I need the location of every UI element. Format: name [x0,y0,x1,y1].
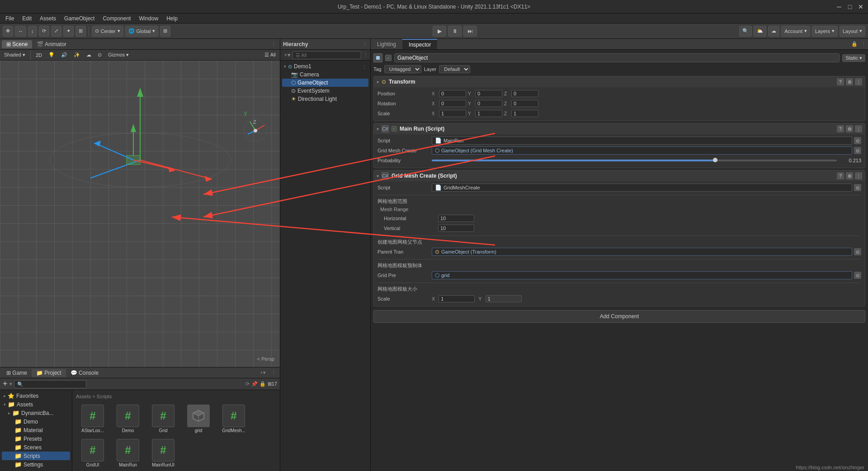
file-mainrun[interactable]: # MainRun [111,437,145,470]
tree-assets[interactable]: ▾ 📁 Assets [2,400,70,409]
menu-file[interactable]: File [2,14,18,23]
mainrun-menu[interactable]: ⋮ [855,125,862,132]
transform-menu[interactable]: ⋮ [855,78,862,85]
pos-z-input[interactable] [511,90,538,97]
template-scale-x[interactable] [439,295,475,302]
hierarchy-search-input[interactable] [292,51,361,59]
script-value-1[interactable]: 📄 MainRun [432,137,852,145]
gridmesh-help[interactable]: ? [837,172,844,179]
scale-z-input[interactable] [511,110,538,117]
hierarchy-menu[interactable]: ⋮ [363,41,368,47]
menu-help[interactable]: Help [163,14,181,23]
tool-rotate[interactable]: ↕ [28,26,37,37]
mainrun-checkbox[interactable]: ✓ [392,126,397,132]
pos-y-input[interactable] [475,90,502,97]
proj-pin[interactable]: 📌 [251,381,258,387]
inspector-menu[interactable]: ⋮ [859,41,868,47]
gridmesh-field-value[interactable]: ⬡ GameObject (Grid Mesh Create) [432,146,852,155]
layers-dropdown[interactable]: Layers ▾ [812,26,838,37]
menu-gameobject[interactable]: GameObject [61,14,98,23]
account-dropdown[interactable]: Account ▾ [781,26,810,37]
step-button[interactable]: ⏭ [463,26,477,37]
script-value-2[interactable]: 📄 GridMeshCreate [432,184,852,192]
template-scale-y[interactable] [486,295,522,302]
mainrun-help[interactable]: ? [837,125,844,132]
tool-transform[interactable]: ✦ [63,26,74,37]
scene-hidden[interactable]: ☁ [84,52,94,58]
parent-tran-value[interactable]: ⊙ GameObject (Transform) [432,248,852,256]
gridmesh-target[interactable]: ⊙ [854,147,861,154]
parent-tran-target[interactable]: ⊙ [854,248,861,255]
hierarchy-filter[interactable]: ⋮ [361,52,370,58]
scale-y-input[interactable] [475,110,502,117]
grid-pre-value[interactable]: ⬡ grid [432,271,852,279]
file-gridmesh[interactable]: # GridMesh... [217,403,250,435]
play-button[interactable]: ▶ [433,26,446,37]
bottom-panel-menu[interactable]: ⋮ [269,370,278,376]
hierarchy-gameobject[interactable]: ⬡ GameObject [282,79,368,87]
scene-panel-menu[interactable]: ⋮ [269,41,278,47]
script-target-1[interactable]: ⊙ [854,137,861,144]
hierarchy-camera[interactable]: 📷 Camera [282,71,368,79]
horizontal-input[interactable] [438,215,474,222]
minimize-button[interactable]: ─ [835,3,843,10]
cloud-button[interactable]: ☁ [768,26,779,37]
probability-slider[interactable] [432,160,837,161]
scene-lighting[interactable]: 💡 [46,52,57,58]
file-astarlookahead[interactable]: # AStarLoo... [76,403,109,435]
tree-favorites[interactable]: ▸ ⭐ Favorites [2,392,70,400]
file-grid[interactable]: # Grid [146,403,180,435]
menu-window[interactable]: Window [135,14,162,23]
hierarchy-directionallight[interactable]: ☀ Directional Light [282,95,368,103]
layout-dropdown[interactable]: Layout ▾ [840,26,865,37]
collab-button[interactable]: ⛅ [754,26,766,37]
transform-header[interactable]: ▾ ⊙ Transform ? ⚙ ⋮ [374,76,865,87]
tree-demo[interactable]: 📁 Demo [2,417,70,426]
mainrun-header[interactable]: ▾ C# ✓ Main Run (Script) ? ⚙ ⋮ [374,123,865,134]
search-button[interactable]: 🔍 [739,26,752,37]
tree-scripts[interactable]: 📁 Scripts [2,452,70,460]
tag-select[interactable]: Untagged [384,65,421,73]
proj-refresh[interactable]: ⟳ [245,381,250,387]
gameobject-name-input[interactable] [394,53,840,62]
grid-button[interactable]: ⊞ [160,26,170,37]
file-grid-3d[interactable]: grid [182,403,215,435]
pos-x-input[interactable] [439,90,466,97]
tool-custom[interactable]: ⊞ [75,26,86,37]
proj-lock[interactable]: 🔒 [259,381,266,387]
project-search-input[interactable] [14,380,86,388]
tool-rect[interactable]: ⤢ [51,26,61,37]
gridmesh-menu[interactable]: ⋮ [855,172,862,179]
tab-console[interactable]: 💬 Console [66,369,103,377]
hierarchy-eventsystem[interactable]: ⊙ EventSystem [282,87,368,95]
tree-material[interactable]: 📁 Material [2,426,70,434]
gridmesh-settings[interactable]: ⚙ [846,172,853,179]
proj-add-icon[interactable]: + [3,379,8,389]
inspector-lock[interactable]: 🔒 [849,41,859,47]
all-filter[interactable]: ☰ All [262,52,278,58]
tree-dynamicba[interactable]: ▸ 📁 DynamicBa... [2,409,70,417]
tool-move[interactable]: ↔ [15,26,26,37]
pivot-center[interactable]: ⊙ Center ▾ [92,26,123,37]
gizmos-menu[interactable]: Gizmos ▾ [106,52,131,58]
rot-y-input[interactable] [475,100,502,107]
hierarchy-demo1[interactable]: ▾ ⊙ Demo1 ⋮ [282,62,368,71]
close-button[interactable]: ✕ [857,3,864,10]
grid-pre-target[interactable]: ⊙ [854,272,861,279]
tab-scene[interactable]: ⊞ Scene [2,40,32,48]
file-mainrunui[interactable]: # MainRunUI [146,437,180,470]
tool-scale[interactable]: ⟳ [39,26,49,37]
add-component-button[interactable]: Add Component [373,310,865,323]
menu-component[interactable]: Component [99,14,134,23]
gridmesh-header[interactable]: ▾ C# Grid Mesh Create (Script) ? ⚙ ⋮ [374,170,865,181]
mainrun-settings[interactable]: ⚙ [846,125,853,132]
rot-x-input[interactable] [439,100,466,107]
gameobject-active-checkbox[interactable]: ✓ [385,55,392,61]
rot-z-input[interactable] [511,100,538,107]
vertical-input[interactable] [438,225,474,232]
tab-lighting[interactable]: Lighting [371,39,402,49]
tab-project[interactable]: 📁 Project [32,369,66,377]
project-add-btn[interactable]: +▾ [260,370,266,376]
layer-select[interactable]: Default [439,65,470,73]
maximize-button[interactable]: □ [846,3,854,10]
